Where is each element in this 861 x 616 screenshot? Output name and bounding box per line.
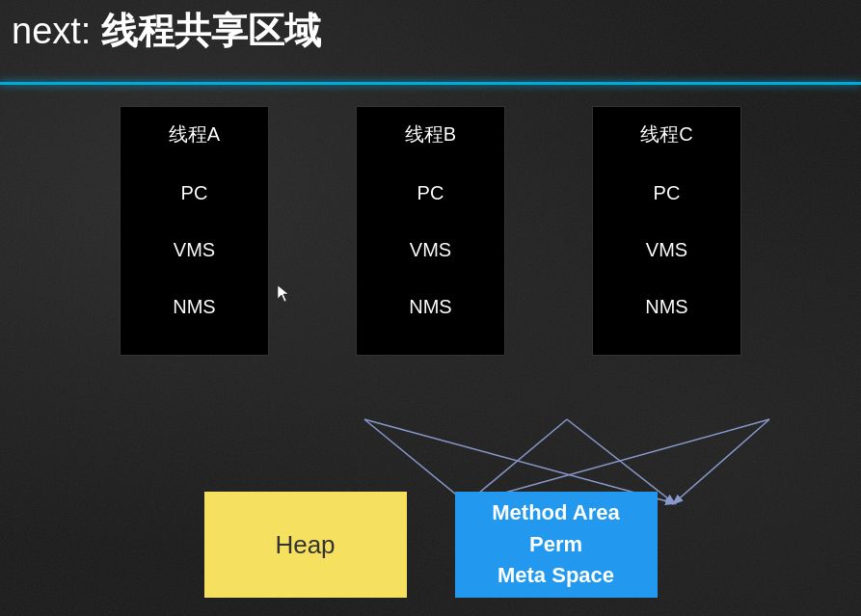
svg-line-2 xyxy=(364,419,674,503)
thread-b-pc: PC xyxy=(417,182,444,204)
heap-label: Heap xyxy=(275,530,335,560)
thread-c-nms: NMS xyxy=(645,296,687,318)
thread-a-vms: VMS xyxy=(174,239,215,261)
thread-column-c: 线程C PC VMS NMS xyxy=(592,106,741,356)
page-title: next: 线程共享区域 xyxy=(12,10,321,54)
thread-column-a: 线程A PC VMS NMS xyxy=(120,106,269,356)
thread-c-pc: PC xyxy=(654,182,681,204)
thread-b-vms: VMS xyxy=(410,239,451,261)
page-wrapper: next: 线程共享区域 线程A PC VMS NMS 线程B PC VMS N… xyxy=(0,0,861,616)
title-prefix: next: xyxy=(12,11,101,51)
heap-box: Heap xyxy=(204,492,407,598)
thread-b-nms: NMS xyxy=(409,296,451,318)
svg-line-4 xyxy=(567,419,674,503)
svg-line-5 xyxy=(467,419,769,503)
svg-line-6 xyxy=(674,419,769,503)
method-area-box: Method Area Perm Meta Space xyxy=(455,492,658,598)
thread-a-pc: PC xyxy=(181,182,208,204)
thread-a-header: 线程A xyxy=(169,117,220,147)
thread-c-header: 线程C xyxy=(640,117,692,147)
bottom-boxes: Heap Method Area Perm Meta Space xyxy=(0,492,861,598)
thread-column-b: 线程B PC VMS NMS xyxy=(356,106,505,356)
svg-line-3 xyxy=(467,419,567,503)
svg-line-1 xyxy=(364,419,467,503)
method-area-line2: Perm xyxy=(529,530,582,560)
method-area-line3: Meta Space xyxy=(498,561,614,591)
threads-container: 线程A PC VMS NMS 线程B PC VMS NMS 线程C PC VMS… xyxy=(0,106,861,356)
divider-line xyxy=(0,82,861,85)
title-text: 线程共享区域 xyxy=(101,11,321,51)
thread-a-nms: NMS xyxy=(173,296,215,318)
thread-b-header: 线程B xyxy=(405,117,456,147)
thread-c-vms: VMS xyxy=(646,239,687,261)
method-area-line1: Method Area xyxy=(492,498,619,528)
